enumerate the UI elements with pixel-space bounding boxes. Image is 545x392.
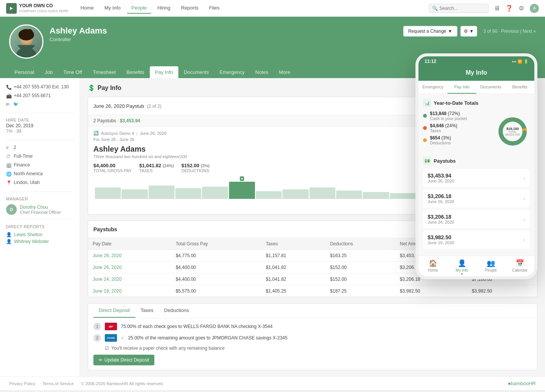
mobile-paystub-amount: $3,453.94: [428, 173, 454, 179]
cell-taxes: $1,041.82: [261, 262, 326, 274]
sidebar-id: # 2: [6, 145, 74, 150]
terms-link[interactable]: Terms of Service: [42, 381, 74, 386]
mobile-nav-calendar-label: Calendar: [512, 268, 528, 272]
mobile-paystub-item[interactable]: $3,206.18 June 24, 2020 ›: [423, 210, 530, 228]
user-avatar[interactable]: A: [530, 4, 539, 13]
tab-payinfo[interactable]: Pay Info: [150, 66, 179, 78]
manager-name[interactable]: Dorothy Chou: [20, 205, 61, 210]
tab-job[interactable]: Job: [39, 66, 58, 78]
mobile-paystubs-icon: 💵: [423, 157, 431, 165]
mobile-ytd-title: 📊 Year-to-Date Totals: [423, 99, 530, 107]
svg-point-6: [27, 29, 33, 36]
mobile-ytd-taxes: $4,646 (24%) Taxes: [423, 123, 491, 133]
mobile-paystub-item[interactable]: $3,982.50 June 19, 2020 ›: [423, 230, 530, 249]
nav-hiring[interactable]: Hiring: [153, 3, 175, 14]
nav-home[interactable]: Home: [76, 3, 98, 14]
tab-notes[interactable]: Notes: [250, 66, 274, 78]
sidebar-worktype: ⏱ Full-Time: [6, 154, 74, 159]
nav-myinfo[interactable]: My Info: [100, 3, 125, 14]
sidebar-contact: 📞 +44 207 555.4730 Ext. 130 📠 +44 207 55…: [6, 84, 74, 107]
mobile-app-header: My Info: [418, 66, 534, 81]
cell-date: June 24, 2020: [88, 274, 171, 285]
chart-bar: [336, 190, 362, 199]
signal-icon: ▪▪▪: [512, 59, 516, 64]
date-link[interactable]: June 19, 2020: [93, 288, 122, 294]
cell-deductions: $152.00: [325, 262, 395, 274]
paystub-breakdown: $4,400.00 TOTAL GROSS PAY $1,041.82 (24%…: [93, 163, 417, 173]
phone2-icon: 📠: [6, 93, 11, 99]
app-logo[interactable]: ▶ YOUR OWN CO COMPANY LOGO GOES HERE: [6, 3, 68, 14]
mobile-nav-home[interactable]: 🏠 Home: [418, 259, 447, 275]
myinfo-icon: 👤: [458, 259, 466, 267]
mobile-paystub-info: $3,453.94 June 26, 2020: [428, 173, 454, 183]
chart-bar-highlight: ●: [229, 182, 255, 199]
deposit-num-1: 1: [93, 323, 101, 330]
person2-icon: 👤: [6, 239, 12, 244]
tab-timesheet[interactable]: Timesheet: [87, 66, 121, 78]
paystub-header-date: June 26, 2020 Paystub (2 of 2): [93, 103, 162, 109]
mobile-nav-home-label: Home: [428, 268, 438, 272]
search-input[interactable]: [439, 6, 485, 11]
tab-emergency[interactable]: Emergency: [214, 66, 250, 78]
cell-taxes: $1,041.82: [261, 274, 326, 285]
privacy-link[interactable]: Privacy Policy: [9, 381, 35, 386]
date-link[interactable]: June 26, 2020: [93, 265, 122, 270]
cell-net: $3,982.50: [395, 285, 467, 297]
footer-links: Privacy Policy · Terms of Service · © 20…: [9, 381, 164, 386]
paystub-for: For June 26 - June 26: [93, 137, 417, 142]
hire-date-label: Hire Date: [6, 118, 74, 122]
mobile-ytd-deductions: $654 (3%) Deductions: [423, 135, 491, 145]
nav-reports[interactable]: Reports: [176, 3, 203, 14]
nav-people[interactable]: People: [127, 3, 151, 14]
deposit-tab-deductions[interactable]: Deductions: [159, 304, 194, 318]
help-icon[interactable]: ❓: [505, 5, 513, 12]
deposit-tab-direct[interactable]: Direct Deposit: [93, 304, 135, 318]
nav-files[interactable]: Files: [205, 3, 224, 14]
chart-bar: [149, 186, 175, 199]
mobile-nav-people[interactable]: 👥 People: [476, 259, 505, 275]
mobile-nav-calendar[interactable]: 📅 Calendar: [505, 259, 534, 275]
gear-button[interactable]: ⚙ ▼: [460, 26, 477, 37]
monitor-icon[interactable]: 🖥: [493, 5, 501, 12]
tab-timeoff[interactable]: Time Off: [58, 66, 87, 78]
settings-icon[interactable]: ⚙: [518, 5, 525, 12]
mobile-paystub-date: June 24, 2020: [428, 220, 454, 224]
chart-bar: [256, 191, 282, 199]
tab-benefits[interactable]: Benefits: [121, 66, 150, 78]
tab-documents[interactable]: Documents: [178, 66, 214, 78]
mobile-tab-benefits[interactable]: Benefits: [505, 81, 534, 94]
tab-more[interactable]: More: [274, 66, 296, 78]
mobile-tab-emergency[interactable]: Emergency: [418, 81, 447, 94]
mobile-donut-label: $19,150 TOTAL GROSS PAY: [504, 127, 521, 136]
deposit-note: ☑ You'll receive a paper check with any …: [93, 346, 532, 351]
date-link[interactable]: June 26, 2020: [93, 253, 122, 258]
logo-icon: ▶: [6, 3, 17, 14]
direct-name-2[interactable]: Whitney Webster: [14, 239, 49, 244]
mobile-nav-myinfo[interactable]: 👤 My Info: [447, 259, 476, 275]
footer: Privacy Policy · Terms of Service · © 20…: [0, 376, 545, 390]
col-paydate: Pay Date: [88, 238, 171, 250]
mobile-tab-documents[interactable]: Documents: [476, 81, 505, 94]
mobile-tab-payinfo[interactable]: Pay Info: [447, 81, 476, 94]
request-change-button[interactable]: Request a Change ▼: [403, 26, 457, 37]
update-direct-deposit-button[interactable]: ✏ Update Direct Deposit: [93, 355, 154, 365]
deposit-tabs: Direct Deposit Taxes Deductions: [88, 304, 537, 318]
search-box[interactable]: 🔍: [429, 4, 489, 13]
mobile-paystub-item[interactable]: $3,206.18 June 26, 2020 ›: [423, 189, 530, 208]
chart-bar: [95, 187, 121, 199]
chart-bar: [202, 187, 228, 199]
deposit-tab-taxes[interactable]: Taxes: [135, 304, 159, 318]
date-link[interactable]: June 24, 2020: [93, 277, 122, 282]
chart-bar: [282, 189, 308, 199]
tab-personal[interactable]: Personal: [9, 66, 39, 78]
direct-item-1: 👤 Lewis Shelton: [6, 232, 74, 237]
mobile-paystub-item[interactable]: $3,453.94 June 26, 2020 ›: [423, 169, 530, 187]
direct-name-1[interactable]: Lewis Shelton: [14, 232, 43, 237]
chevron-right-icon: ›: [523, 175, 525, 181]
mobile-paystub-info: $3,206.18 June 26, 2020: [428, 193, 454, 204]
profile-info: Ashley Adams Controller: [50, 23, 397, 42]
location-icon: 📍: [6, 180, 11, 186]
paystub-employee-name: Ashley Adams: [93, 145, 417, 154]
mobile-nav-people-label: People: [485, 268, 497, 272]
mobile-nav-dot: [461, 273, 463, 275]
